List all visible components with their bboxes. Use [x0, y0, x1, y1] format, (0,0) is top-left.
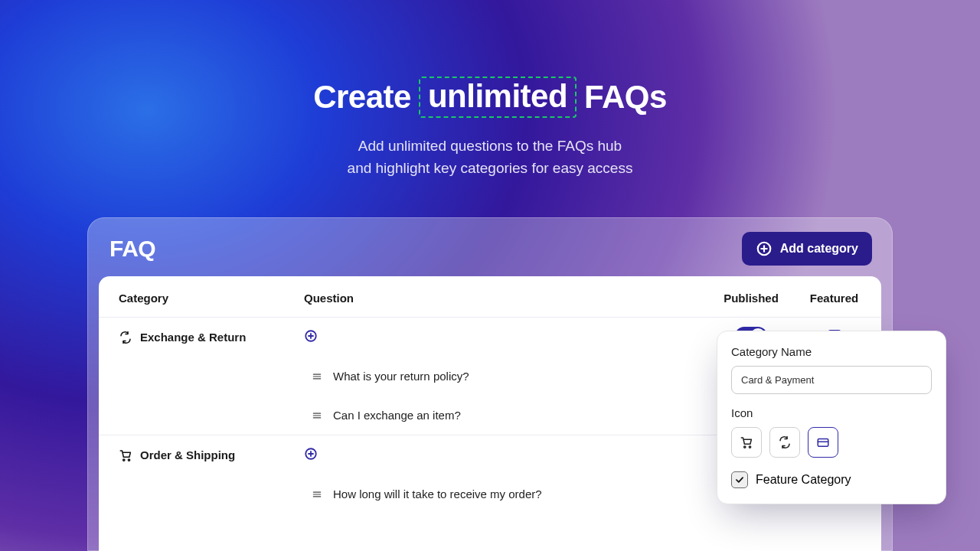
- plus-circle-icon: [304, 447, 318, 461]
- svg-point-12: [123, 458, 125, 460]
- add-question-button[interactable]: [304, 329, 318, 343]
- drag-handle-icon[interactable]: [312, 371, 322, 382]
- col-featured: Featured: [793, 276, 881, 318]
- col-question: Question: [290, 276, 709, 318]
- col-published: Published: [709, 276, 793, 318]
- add-category-label: Add category: [780, 242, 858, 256]
- svg-rect-22: [818, 439, 828, 447]
- hero-suffix: FAQs: [584, 79, 667, 116]
- hero-highlight: unlimited: [419, 77, 577, 118]
- cart-icon: [740, 435, 753, 449]
- hero: Create unlimited FAQs Add unlimited ques…: [0, 77, 980, 180]
- exchange-icon: [778, 435, 792, 449]
- feature-category-checkbox[interactable]: [731, 471, 748, 488]
- question-text: What is your return policy?: [333, 370, 469, 383]
- question-text: Can I exchange an item?: [333, 409, 461, 422]
- drag-handle-icon[interactable]: [312, 489, 322, 500]
- icon-option-cart[interactable]: [731, 427, 762, 458]
- svg-point-13: [128, 458, 129, 460]
- category-name-label: Category Name: [731, 345, 932, 358]
- credit-card-icon: [816, 435, 830, 449]
- question-text: How long will it take to receive my orde…: [333, 487, 542, 500]
- col-category: Category: [99, 276, 290, 318]
- hero-subtitle: Add unlimited questions to the FAQs hub …: [0, 135, 980, 180]
- hero-prefix: Create: [313, 79, 411, 116]
- category-name-input[interactable]: [731, 366, 932, 394]
- category-label: Exchange & Return: [140, 331, 246, 344]
- drag-handle-icon[interactable]: [312, 410, 322, 421]
- category-popover: Category Name Icon Feature Category: [717, 331, 946, 504]
- add-question-button[interactable]: [304, 447, 318, 461]
- plus-circle-icon: [304, 329, 318, 343]
- check-icon: [734, 474, 745, 485]
- cart-icon: [119, 448, 132, 462]
- svg-point-21: [749, 446, 750, 448]
- icon-option-payment[interactable]: [808, 427, 838, 458]
- add-category-button[interactable]: Add category: [742, 232, 872, 266]
- panel-title: FAQ: [109, 236, 155, 262]
- plus-circle-icon: [756, 240, 773, 257]
- svg-point-20: [744, 446, 746, 448]
- icon-picker-label: Icon: [731, 406, 932, 419]
- hero-title: Create unlimited FAQs: [313, 77, 667, 118]
- icon-option-exchange[interactable]: [769, 427, 800, 458]
- exchange-icon: [119, 331, 132, 344]
- feature-category-label: Feature Category: [756, 473, 851, 487]
- category-label: Order & Shipping: [140, 448, 235, 461]
